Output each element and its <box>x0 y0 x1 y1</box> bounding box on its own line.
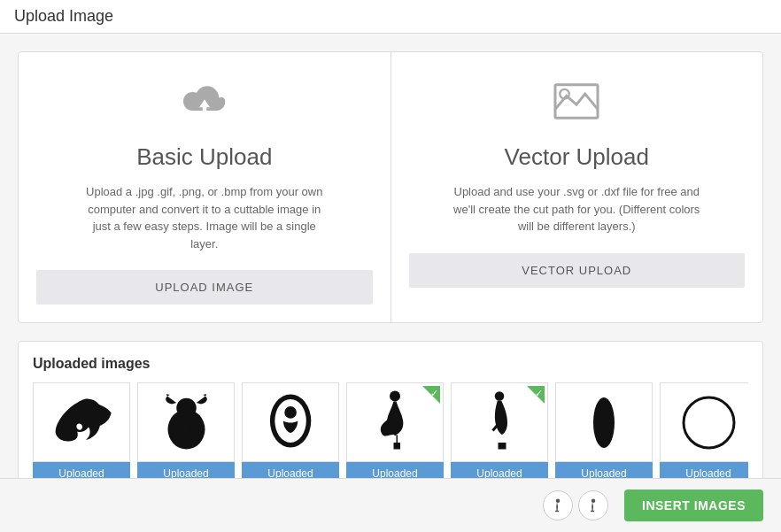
images-grid: Uploaded Uploaded <box>33 382 748 485</box>
image-thumbnail <box>242 382 339 462</box>
image-thumbnail <box>660 382 748 462</box>
uploaded-images-title: Uploaded images <box>33 356 748 372</box>
image-thumbnail <box>451 382 548 462</box>
svg-point-14 <box>556 499 561 504</box>
pagination-controls <box>543 490 608 520</box>
page-title: Upload Image <box>14 7 767 26</box>
uploaded-images-section: Uploaded images Uploaded <box>18 341 763 500</box>
vector-upload-desc: Upload and use your .svg or .dxf file fo… <box>452 183 700 235</box>
image-thumbnail <box>555 382 653 462</box>
svg-point-5 <box>176 397 197 418</box>
cloud-upload-icon <box>36 79 373 133</box>
basic-upload-desc: Upload a .jpg .gif, .png, or .bmp from y… <box>81 183 329 252</box>
svg-point-10 <box>495 391 505 401</box>
list-item[interactable]: Uploaded <box>451 382 548 485</box>
image-icon <box>409 79 746 133</box>
basic-upload-title: Basic Upload <box>36 143 373 171</box>
svg-point-9 <box>390 390 400 401</box>
svg-point-15 <box>592 499 596 504</box>
image-thumbnail <box>346 382 444 462</box>
bottom-bar: INSERT IMAGES <box>0 478 781 532</box>
vector-upload-title: Vector Upload <box>409 143 746 171</box>
list-item[interactable]: Uploaded <box>660 382 748 485</box>
list-item[interactable]: Uploaded <box>242 382 339 485</box>
main-content: Basic Upload Upload a .jpg .gif, .png, o… <box>0 34 781 529</box>
pagination-prev-button[interactable] <box>543 490 573 520</box>
vector-upload-button[interactable]: VECTOR UPLOAD <box>409 253 746 288</box>
svg-rect-1 <box>203 106 207 113</box>
list-item[interactable]: Uploaded <box>33 382 130 485</box>
upload-options: Basic Upload Upload a .jpg .gif, .png, o… <box>18 51 763 323</box>
vector-upload-panel: Vector Upload Upload and use your .svg o… <box>391 52 763 322</box>
pagination-next-button[interactable] <box>578 490 608 520</box>
upload-image-button[interactable]: UPLOAD IMAGE <box>36 270 373 305</box>
svg-point-12 <box>593 397 615 448</box>
svg-point-7 <box>275 398 305 442</box>
image-thumbnail <box>137 382 235 462</box>
insert-images-button[interactable]: INSERT IMAGES <box>624 490 763 521</box>
svg-point-13 <box>684 397 734 448</box>
svg-point-8 <box>284 406 297 419</box>
list-item[interactable]: Uploaded <box>346 382 444 485</box>
list-item[interactable]: Uploaded <box>137 382 235 485</box>
basic-upload-panel: Basic Upload Upload a .jpg .gif, .png, o… <box>19 52 391 322</box>
page-header: Upload Image <box>0 0 781 34</box>
image-thumbnail <box>33 382 130 462</box>
list-item[interactable]: Uploaded <box>555 382 653 485</box>
